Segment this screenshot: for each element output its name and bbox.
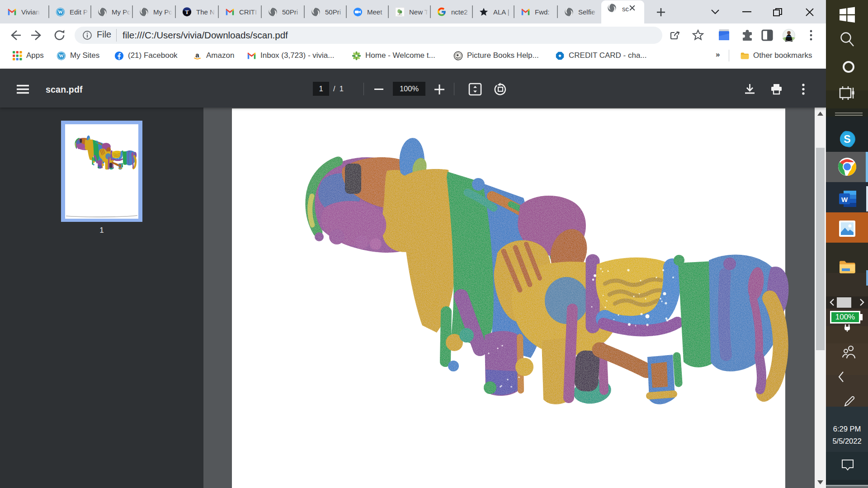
svg-text:a: a <box>195 51 199 58</box>
svg-text:S: S <box>844 133 850 145</box>
svg-text:W: W <box>841 196 848 203</box>
svg-text:W: W <box>58 9 63 14</box>
svg-text:W: W <box>59 53 64 58</box>
svg-text:T: T <box>185 9 189 15</box>
